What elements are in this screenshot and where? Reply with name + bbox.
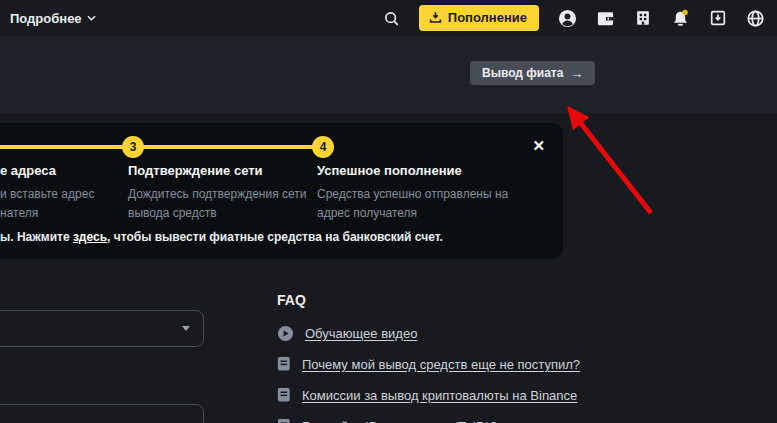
tour-note-suffix: , чтобы вывести фиатные средства на банк… bbox=[107, 230, 443, 244]
play-circle-icon bbox=[277, 325, 294, 342]
page-header-band bbox=[0, 36, 777, 113]
faq-section: FAQ Обучающее видео Почему мой вывод сре… bbox=[277, 292, 587, 423]
chevron-down-icon bbox=[87, 15, 96, 21]
deposit-button[interactable]: Пополнение bbox=[419, 5, 539, 31]
document-icon bbox=[277, 387, 291, 403]
more-menu-label: Подробнее bbox=[10, 11, 82, 26]
stepper-progress-line bbox=[0, 145, 324, 149]
deposit-icon bbox=[429, 11, 442, 24]
tour-note: ы. Нажмите здесь, чтобы вывести фиатные … bbox=[0, 230, 443, 244]
form-field-partial[interactable] bbox=[0, 404, 204, 423]
document-icon bbox=[277, 356, 291, 372]
withdraw-fiat-button[interactable]: Вывод фиата → bbox=[470, 61, 595, 85]
wallet-icon[interactable] bbox=[596, 9, 615, 28]
faq-link-label: Почему мой вывод средств еще не поступил… bbox=[302, 357, 580, 372]
profile-icon[interactable] bbox=[558, 9, 577, 28]
faq-link-label: Где найти ID транзакции (TxID)? bbox=[302, 419, 497, 423]
tour-note-link[interactable]: здесь bbox=[73, 230, 107, 244]
step-2-desc-line2: нателя bbox=[0, 204, 118, 223]
step-4-title: Успешное пополнение bbox=[317, 163, 529, 178]
deposit-button-label: Пополнение bbox=[448, 10, 527, 25]
step-2-desc-line1: и вставьте адрес bbox=[0, 185, 118, 204]
step-3-column: Подтверждение сети Дождитесь подтвержден… bbox=[128, 163, 310, 223]
arrow-right-icon: → bbox=[570, 66, 583, 81]
document-icon bbox=[277, 418, 291, 423]
onboarding-tour-panel: 3 4 е адреса и вставьте адрес нателя Под… bbox=[0, 123, 563, 259]
orders-icon[interactable] bbox=[634, 9, 652, 27]
globe-icon[interactable] bbox=[746, 9, 765, 28]
step-4-column: Успешное пополнение Средства успешно отп… bbox=[317, 163, 529, 223]
faq-item-withdrawal-not-arrived[interactable]: Почему мой вывод средств еще не поступил… bbox=[277, 354, 587, 374]
step-4-description: Средства успешно отправлены на адрес пол… bbox=[317, 185, 529, 223]
faq-item-withdrawal-fees[interactable]: Комиссии за вывод криптовалюты на Binanc… bbox=[277, 385, 587, 405]
step-3-title: Подтверждение сети bbox=[128, 163, 310, 178]
network-select[interactable] bbox=[0, 310, 204, 347]
close-icon[interactable]: ✕ bbox=[532, 138, 545, 153]
faq-link-label: Обучающее видео bbox=[305, 326, 417, 341]
more-menu[interactable]: Подробнее bbox=[10, 11, 96, 26]
tour-note-prefix: ы. Нажмите bbox=[0, 230, 73, 244]
download-app-icon[interactable] bbox=[709, 9, 727, 27]
faq-item-find-txid[interactable]: Где найти ID транзакции (TxID)? bbox=[277, 416, 587, 423]
step-2-column-partial: е адреса и вставьте адрес нателя bbox=[0, 163, 118, 223]
top-navbar: Подробнее Пополнение bbox=[0, 0, 777, 36]
step-2-title-fragment: е адреса bbox=[0, 163, 118, 178]
search-icon[interactable] bbox=[383, 10, 400, 27]
step-3-badge: 3 bbox=[122, 136, 144, 158]
navbar-actions: Пополнение bbox=[383, 5, 767, 31]
faq-title: FAQ bbox=[277, 292, 587, 308]
step-4-badge: 4 bbox=[312, 136, 334, 158]
faq-item-tutorial-video[interactable]: Обучающее видео bbox=[277, 323, 587, 343]
caret-down-icon bbox=[182, 326, 190, 331]
withdraw-fiat-label: Вывод фиата bbox=[482, 66, 563, 80]
step-3-description: Дождитесь подтверждения сети вывода сред… bbox=[128, 185, 310, 223]
faq-link-label: Комиссии за вывод криптовалюты на Binanc… bbox=[302, 388, 577, 403]
notifications-bell-icon[interactable] bbox=[671, 9, 690, 28]
